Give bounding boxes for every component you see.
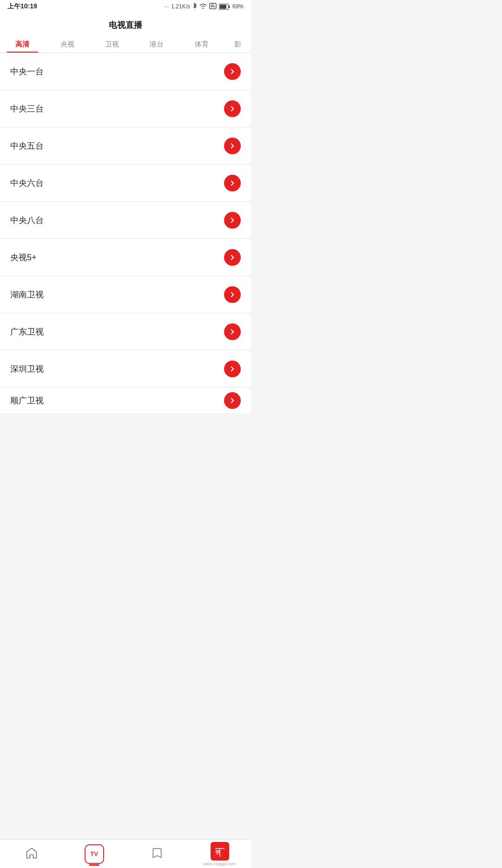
status-bar: 上午10:19 ··· 1.21K/s — [0, 0, 251, 13]
channel-name: 深圳卫视 — [10, 363, 44, 375]
tab-movie[interactable]: 影 — [224, 35, 251, 53]
svg-rect-6 — [229, 6, 230, 8]
tab-sports[interactable]: 体育 — [179, 35, 224, 53]
channel-item-partial[interactable]: 顺广卫视 — [0, 388, 251, 413]
bluetooth-icon — [192, 3, 197, 11]
channel-name: 中央三台 — [10, 103, 44, 114]
channel-arrow-icon — [224, 100, 241, 117]
channel-arrow-icon — [224, 249, 241, 266]
channel-item[interactable]: 中央六台 — [0, 164, 251, 202]
status-icons: ··· 1.21K/s — [164, 3, 244, 11]
channel-arrow-icon — [224, 63, 241, 80]
tab-hd[interactable]: 高清 — [0, 35, 45, 53]
network-speed: 1.21K/s — [171, 3, 190, 10]
channel-item[interactable]: 广东卫视 — [0, 313, 251, 350]
channel-arrow-icon — [224, 323, 241, 340]
svg-rect-5 — [220, 5, 226, 9]
wifi-icon — [199, 3, 207, 10]
sim-icon — [209, 3, 217, 11]
channel-arrow-icon — [224, 392, 241, 409]
battery-icon — [219, 4, 230, 10]
channel-item[interactable]: 中央五台 — [0, 127, 251, 164]
network-dots-icon: ··· — [164, 3, 169, 10]
channel-arrow-icon — [224, 361, 241, 377]
channel-name: 顺广卫视 — [10, 395, 44, 406]
channel-arrow-icon — [224, 212, 241, 229]
content-area: 中央一台 中央三台 中央五台 中央六台 中央八台 — [0, 53, 251, 442]
channel-name: 中央八台 — [10, 215, 44, 226]
status-time: 上午10:19 — [7, 2, 37, 11]
page-title: 电视直播 — [109, 20, 142, 30]
tab-bar: 高清 央视 卫视 港台 体育 影 — [0, 35, 251, 53]
channel-name: 中央一台 — [10, 66, 44, 77]
channel-arrow-icon — [224, 286, 241, 303]
tab-satellite[interactable]: 卫视 — [90, 35, 134, 53]
channel-name: 湖南卫视 — [10, 289, 44, 300]
channel-name: 中央六台 — [10, 178, 44, 189]
tab-hktw[interactable]: 港台 — [134, 35, 179, 53]
channel-name: 中央五台 — [10, 140, 44, 151]
tab-cctv[interactable]: 央视 — [45, 35, 89, 53]
channel-item[interactable]: 中央一台 — [0, 53, 251, 90]
channel-name: 央视5+ — [10, 252, 37, 263]
channel-item[interactable]: 深圳卫视 — [0, 350, 251, 388]
header: 电视直播 — [0, 13, 251, 35]
channel-list: 中央一台 中央三台 中央五台 中央六台 中央八台 — [0, 53, 251, 413]
channel-item[interactable]: 中央三台 — [0, 90, 251, 127]
channel-item[interactable]: 中央八台 — [0, 202, 251, 239]
channel-item[interactable]: 湖南卫视 — [0, 276, 251, 313]
channel-arrow-icon — [224, 175, 241, 191]
channel-arrow-icon — [224, 138, 241, 154]
battery-percent: 69% — [232, 3, 244, 10]
channel-item[interactable]: 央视5+ — [0, 239, 251, 276]
channel-name: 广东卫视 — [10, 326, 44, 337]
